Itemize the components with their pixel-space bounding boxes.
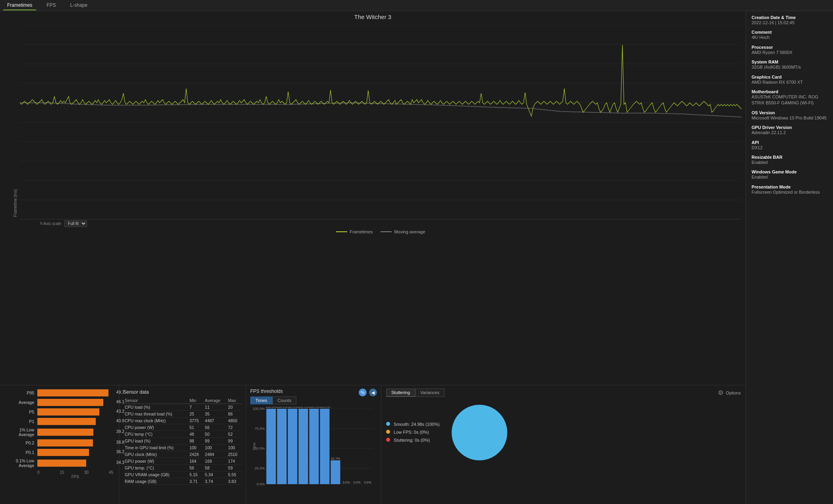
fps-bar-wrap: 36.2 [37,449,113,456]
resizable-bar-group: Resizable BAR Enabled [752,155,827,165]
sensor-data-cell: 56 [203,424,226,431]
resizable-bar-label: Resizable BAR [752,155,827,160]
sensor-name-cell: GPU VRAM usage (GB) [123,471,188,478]
svg-text:0.0%: 0.0% [364,481,371,484]
chart-container: Frametime [ms] 30 28 26 [0,21,746,385]
fps-bar-wrap: 49.7 [37,389,113,396]
fps-bar-row: 1% Low Average 39.2 [6,427,113,437]
fps-bar [37,399,103,406]
svg-text:100.0%: 100.0% [253,407,265,411]
fps-bar [37,449,89,456]
os-version-group: OS Version Microsoft Windows 10 Pro Buil… [752,110,827,121]
sensor-data-table: Sensor Min Average Max CPU load (%)71120… [123,397,242,485]
sensor-data-cell: 5.34 [203,471,226,478]
sensor-data-cell: 52 [226,431,242,438]
sensor-name-cell: CPU load (%) [123,404,188,411]
sensor-data-cell: 5.15 [188,471,203,478]
processor-value: AMD Ryzen 7 5800X [752,50,827,56]
thresholds-svg: 100.0% 75.0% 50.0% 25.0% 0.0% Time [250,407,377,486]
creation-date-group: Creation Date & Time 2022-12-16 | 15:02:… [752,15,827,26]
sensor-data-cell: 3775 [188,417,203,424]
sensor-data-cell: 48 [188,431,203,438]
api-group: API DX12 [752,140,827,151]
system-info-panel: Creation Date & Time 2022-12-16 | 15:02:… [746,11,833,504]
thresholds-chart: 100.0% 75.0% 50.0% 25.0% 0.0% Time [250,407,377,486]
svg-text:100.0%: 100.0% [276,407,287,409]
settings-icon[interactable]: ⚙ [718,389,723,396]
options-label[interactable]: Options [726,391,741,395]
svg-text:100.0%: 100.0% [287,407,298,409]
fps-bar-row: P0.2 38.8 [6,439,113,446]
svg-rect-76 [320,409,330,484]
gpu-driver-value: Adrenalin 22.11.2 [752,130,827,136]
thresholds-title: FPS thresholds [250,389,283,394]
sensor-data-cell: 3.83 [226,478,242,485]
fps-bar-label: 0.1% Low Average [6,458,37,468]
fps-bar-wrap: 39.2 [37,429,113,436]
processor-label: Processor [752,45,827,50]
fps-bar-label: Average [6,400,37,405]
y-axis-scale-select[interactable]: Full fit [64,220,87,227]
fps-bar-label: P95 [6,391,37,395]
stuttering-legend-item: Stuttering: 0s (0%) [386,437,440,444]
game-mode-label: Windows Game Mode [752,169,827,174]
fps-bar-label: 1% Low Average [6,427,37,437]
percent-icon[interactable]: % [359,389,367,396]
table-row: Time in GPU load limit (%)100100100 [123,444,242,451]
thresholds-header: FPS thresholds % ◀ [250,389,377,396]
sensor-data-cell: 100 [226,444,242,451]
top-bar: Frametimes FPS L-shape [0,0,833,11]
sensor-name-cell: CPU max clock (MHz) [123,417,188,424]
chart-icon[interactable]: ◀ [369,389,377,396]
left-panel: The Witcher 3 Frametime [ms] 30 28 [0,11,746,504]
sensor-data-panel: Sensor data Sensor Min Average Max CPU l… [119,385,246,504]
fps-bar [37,418,96,425]
thresholds-tabs: Times Counts [250,396,377,404]
svg-text:<240: <240 [267,485,275,486]
svg-text:100.0%: 100.0% [266,407,276,409]
fps-bar-wrap: 40.9 [37,418,113,425]
y-axis-scale: Y-Axis scale Full fit [20,219,742,228]
tab-variances[interactable]: Variances [415,389,445,397]
lowfps-dot-icon [386,430,390,434]
table-row: GPU clock (MHz)242824842510 [123,451,242,458]
tab-lshape[interactable]: L-shape [66,1,91,10]
fps-x-label: FPS [6,475,113,479]
sensor-data-cell: 164 [188,458,203,465]
tab-fps[interactable]: FPS [43,1,60,10]
svg-text:100.0%: 100.0% [319,407,330,409]
fps-bar-value: 34.3 [116,460,124,465]
tab-frametimes[interactable]: Frametimes [3,1,36,10]
stutter-legend: Smooth: 24.98s (100%) Low FPS: 0s (0%) S… [386,421,440,444]
creation-date-label: Creation Date & Time [752,15,827,20]
svg-text:<60: <60 [322,485,328,486]
smooth-label: Smooth: 24.98s (100%) [394,422,440,427]
sensor-data-cell: 35 [203,411,226,417]
bottom-section: P95 49.7 Average 46.1 P5 43.2 P1 40.9 1%… [0,385,746,504]
fps-bar-value: 36.2 [116,449,124,454]
tab-counts[interactable]: Counts [273,396,297,404]
sensor-data-cell: 98 [188,438,203,444]
table-row: GPU VRAM usage (GB)5.155.345.55 [123,471,242,478]
svg-text:0.0%: 0.0% [342,481,350,484]
fps-bars-container: P95 49.7 Average 46.1 P5 43.2 P1 40.9 1%… [6,389,113,468]
moving-average-line-icon [381,231,392,232]
tab-stuttering[interactable]: Stuttering [386,389,415,397]
sensor-data-title: Sensor data [123,389,242,395]
sensor-data-cell: 7 [188,404,203,411]
svg-text:<144: <144 [278,485,286,486]
os-version-value: Microsoft Windows 10 Pro Build 19045 [752,115,827,121]
system-ram-label: System RAM [752,60,827,64]
processor-group: Processor AMD Ryzen 7 5800X [752,45,827,56]
tab-times[interactable]: Times [250,396,273,404]
frametimes-legend-label: Frametimes [350,229,373,234]
legend-moving-average: Moving average [381,229,425,234]
sensor-name-cell: GPU temp. (°C) [123,465,188,471]
y-axis-scale-label: Y-Axis scale [40,221,61,226]
sensor-data-body: CPU load (%)71120CPU max thread load (%)… [123,404,242,485]
svg-text:<45: <45 [333,485,338,486]
sensor-data-cell: 2484 [203,451,226,458]
thresholds-icons: % ◀ [359,389,377,396]
chart-legend: Frametimes Moving average [20,228,742,236]
options-area: ⚙ Options [718,389,741,397]
